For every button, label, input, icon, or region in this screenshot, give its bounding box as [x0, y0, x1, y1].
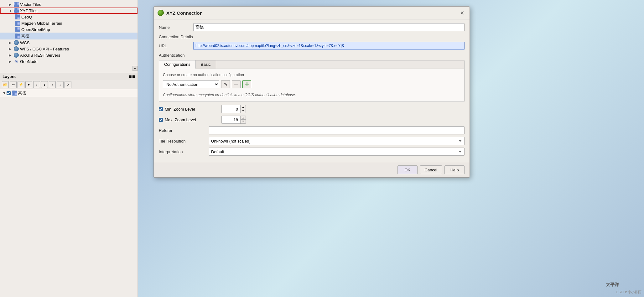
min-zoom-down-btn[interactable]: ▼ — [240, 109, 246, 113]
tab-basic[interactable]: Basic — [196, 60, 216, 69]
auth-controls-row: No Authentication ✎ — ✛ — [163, 80, 460, 88]
max-zoom-label: Max. Zoom Level — [165, 117, 196, 122]
qgis-icon — [158, 10, 164, 16]
min-zoom-input-wrap: ▲ ▼ — [221, 105, 246, 113]
name-label: Name — [159, 25, 193, 30]
auth-content: Choose or create an authentication confi… — [159, 69, 464, 102]
min-zoom-up-btn[interactable]: ▲ — [240, 105, 246, 109]
tile-resolution-select[interactable]: Unknown (not scaled) Standard (96 DPI) H… — [209, 137, 465, 145]
referer-row: Referer — [159, 126, 465, 134]
min-zoom-checkbox[interactable] — [159, 107, 163, 111]
max-zoom-row: Max. Zoom Level ▲ ▼ — [159, 116, 465, 124]
dialog-titlebar: XYZ Connection ✕ — [154, 7, 470, 19]
max-zoom-label-wrap: Max. Zoom Level — [159, 117, 221, 122]
dialog-body: Name Connection Details URL Authenticati… — [154, 19, 470, 162]
max-zoom-checkbox[interactable] — [159, 118, 163, 122]
name-input[interactable] — [193, 23, 465, 31]
auth-add-icon: ✛ — [245, 81, 249, 88]
name-row: Name — [159, 23, 465, 31]
referer-label: Referer — [159, 128, 209, 133]
map-ocean-label: 太平洋 — [606, 282, 619, 288]
auth-remove-button[interactable]: — — [232, 80, 241, 88]
url-input[interactable] — [193, 42, 465, 50]
auth-edit-icon: ✎ — [224, 82, 227, 87]
interpretation-select[interactable]: Default MapTiler Vector Tiles — [209, 148, 465, 156]
auth-section: Configurations Basic Choose or create an… — [159, 60, 465, 102]
watermark: GSDHe小小暮雨 — [616, 290, 641, 294]
xyz-connection-dialog: XYZ Connection ✕ Name Connection Details… — [153, 6, 470, 178]
url-label: URL — [159, 44, 193, 48]
max-zoom-up-btn[interactable]: ▲ — [240, 116, 246, 120]
auth-remove-icon: — — [234, 82, 238, 87]
auth-tab-bar: Configurations Basic — [159, 60, 464, 69]
dialog-footer: OK Cancel Help — [154, 162, 470, 177]
url-row: URL — [159, 42, 465, 50]
auth-encrypted-text: Configurations store encrypted credentia… — [163, 92, 460, 98]
min-zoom-spinners: ▲ ▼ — [240, 105, 246, 113]
connection-details-section-label: Connection Details — [159, 34, 465, 39]
min-zoom-label-wrap: Min. Zoom Level — [159, 107, 221, 112]
dialog-close-button[interactable]: ✕ — [458, 9, 466, 17]
max-zoom-spinners: ▲ ▼ — [240, 116, 246, 124]
interpretation-label: Interpretation — [159, 149, 209, 154]
auth-section-label: Authentication — [159, 53, 465, 58]
ok-button[interactable]: OK — [397, 165, 418, 174]
tile-resolution-label: Tile Resolution — [159, 139, 209, 143]
help-button[interactable]: Help — [444, 165, 465, 174]
dialog-title: XYZ Connection — [166, 10, 458, 16]
cancel-button[interactable]: Cancel — [420, 165, 442, 174]
min-zoom-input[interactable] — [221, 105, 240, 113]
interpretation-row: Interpretation Default MapTiler Vector T… — [159, 148, 465, 156]
max-zoom-input[interactable] — [221, 116, 240, 124]
dialog-overlay: XYZ Connection ✕ Name Connection Details… — [0, 0, 644, 297]
tile-resolution-row: Tile Resolution Unknown (not scaled) Sta… — [159, 137, 465, 145]
tab-configurations[interactable]: Configurations — [159, 60, 196, 69]
auth-choose-text: Choose or create an authentication confi… — [163, 73, 460, 77]
auth-select[interactable]: No Authentication — [163, 80, 219, 88]
min-zoom-row: Min. Zoom Level ▲ ▼ — [159, 105, 465, 113]
max-zoom-down-btn[interactable]: ▼ — [240, 120, 246, 124]
max-zoom-input-wrap: ▲ ▼ — [221, 116, 246, 124]
min-zoom-label: Min. Zoom Level — [165, 107, 195, 112]
referer-input[interactable] — [209, 126, 465, 134]
auth-edit-button[interactable]: ✎ — [221, 80, 230, 88]
auth-add-button[interactable]: ✛ — [242, 80, 251, 88]
